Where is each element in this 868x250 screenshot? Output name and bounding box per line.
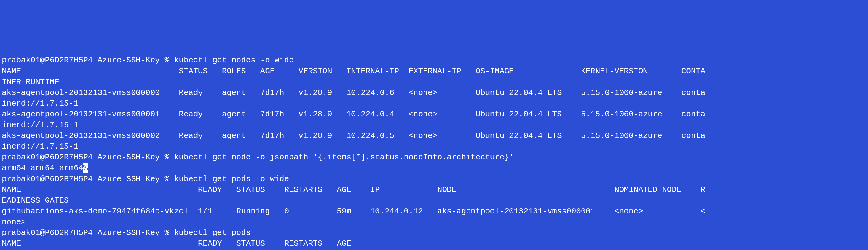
prompt-line: prabak01@P6D2R7H5P4 Azure-SSH-Key % kube… [2, 174, 866, 185]
node-row: inerd://1.7.15-1 [2, 98, 866, 109]
node-row: aks-agentpool-20132131-vmss000002 Ready … [2, 131, 866, 141]
percent-highlight: % [83, 163, 88, 173]
arch-output: arm64 arm64 arm64% [2, 163, 866, 173]
prompt-line: prabak01@P6D2R7H5P4 Azure-SSH-Key % kube… [2, 152, 866, 163]
prompt-line: prabak01@P6D2R7H5P4 Azure-SSH-Key % kube… [2, 228, 866, 238]
node-row: aks-agentpool-20132131-vmss000000 Ready … [2, 87, 866, 98]
pods-header: NAME READY STATUS RESTARTS AGE [2, 238, 866, 249]
node-row: aks-agentpool-20132131-vmss000001 Ready … [2, 109, 866, 120]
nodes-header: NAME STATUS ROLES AGE VERSION INTERNAL-I… [2, 66, 866, 77]
pods-wide-header: NAME READY STATUS RESTARTS AGE IP NODE N… [2, 185, 866, 195]
terminal[interactable]: prabak01@P6D2R7H5P4 Azure-SSH-Key % kube… [0, 54, 868, 250]
pod-wide-row: none> [2, 217, 866, 228]
prompt-line: prabak01@P6D2R7H5P4 Azure-SSH-Key % kube… [2, 55, 866, 66]
pods-wide-header: EADINESS GATES [2, 195, 866, 206]
node-row: inerd://1.7.15-1 [2, 141, 866, 152]
pod-wide-row: githubactions-aks-demo-79474f684c-vkzcl … [2, 206, 866, 217]
nodes-header: INER-RUNTIME [2, 77, 866, 87]
node-row: inerd://1.7.15-1 [2, 120, 866, 131]
